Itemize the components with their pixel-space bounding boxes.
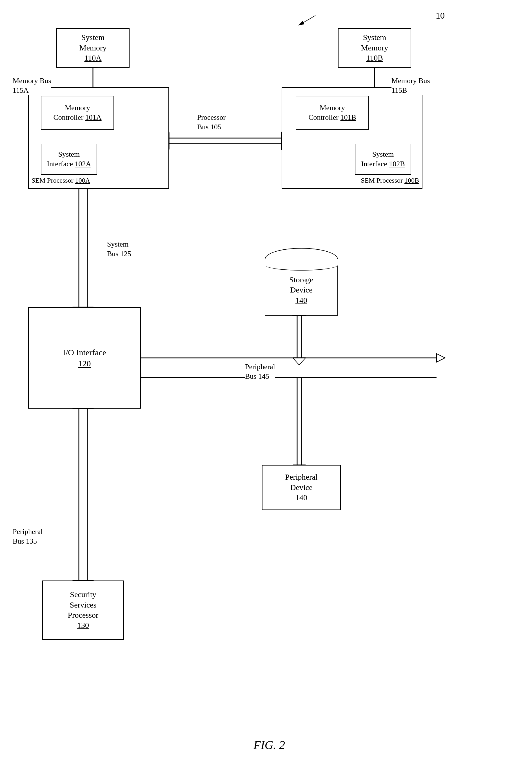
diagram: 10 SystemMemory110A SystemMemory110B SEM… [0, 0, 532, 771]
svg-marker-33 [437, 354, 445, 362]
system-memory-a-box: SystemMemory110A [56, 28, 130, 68]
io-interface-box: I/O Interface120 [28, 307, 141, 409]
security-processor-label: SecurityServicesProcessor130 [68, 590, 99, 631]
sem-processor-a-label: SEM Processor 100A [32, 176, 90, 185]
io-interface-label: I/O Interface120 [63, 347, 106, 369]
memory-controller-a-box: MemoryController 101A [41, 96, 114, 130]
memory-bus-a-label: Memory Bus115A [13, 76, 51, 95]
svg-marker-30 [293, 358, 306, 365]
peripheral-bus-135-label: PeripheralBus 135 [13, 527, 43, 546]
system-memory-a-label: SystemMemory110A [79, 32, 106, 63]
security-processor-box: SecurityServicesProcessor130 [42, 581, 124, 640]
figure-label: FIG. 2 [253, 738, 285, 752]
storage-device-mid-ellipse [265, 259, 338, 270]
storage-device-label: StorageDevice140 [272, 275, 331, 305]
memory-controller-b-box: MemoryController 101B [296, 96, 369, 130]
processor-bus-label: ProcessorBus 105 [197, 113, 226, 132]
system-interface-b-label: SystemInterface 102B [361, 150, 405, 169]
system-bus-label: SystemBus 125 [107, 239, 131, 259]
peripheral-bus-145-label: PeripheralBus 145 [245, 362, 275, 381]
memory-bus-b-label: Memory Bus115B [391, 76, 430, 95]
peripheral-device-label: PeripheralDevice140 [285, 472, 317, 503]
sem-processor-b-label: SEM Processor 100B [361, 176, 419, 185]
system-memory-b-box: SystemMemory110B [338, 28, 411, 68]
system-interface-b-box: SystemInterface 102B [355, 144, 411, 175]
system-interface-a-box: SystemInterface 102A [41, 144, 97, 175]
reference-number-10: 10 [436, 10, 445, 22]
memory-controller-b-label: MemoryController 101B [308, 103, 356, 122]
peripheral-device-box: PeripheralDevice140 [262, 465, 341, 510]
system-interface-a-label: SystemInterface 102A [47, 150, 91, 169]
memory-controller-a-label: MemoryController 101A [53, 103, 101, 122]
svg-line-6 [299, 15, 315, 25]
system-memory-b-label: SystemMemory110B [361, 32, 388, 63]
